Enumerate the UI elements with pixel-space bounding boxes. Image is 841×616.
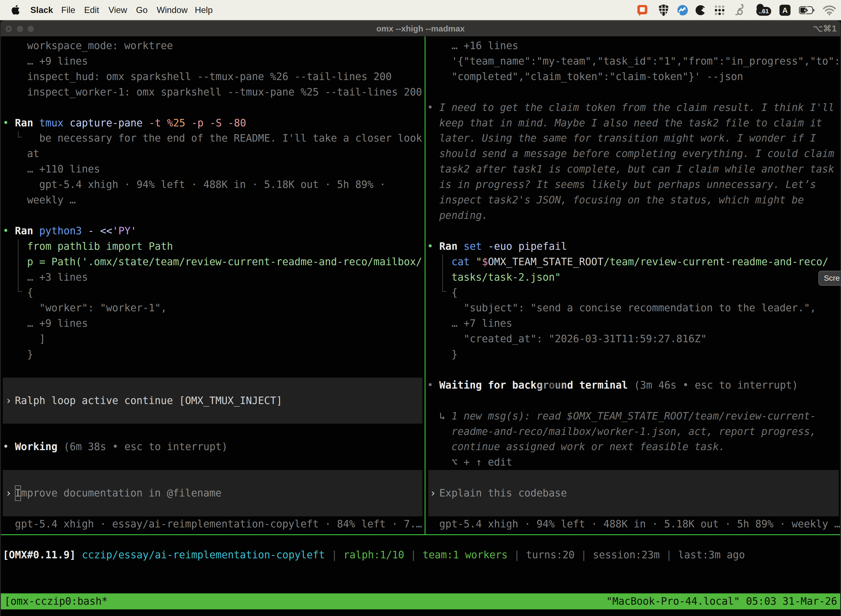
menu-item-go[interactable]: Go <box>136 0 148 20</box>
terminal-text: -euo <box>488 239 512 254</box>
terminal-text: pipefail <box>519 239 567 254</box>
terminal-text: - <box>88 223 94 239</box>
terminal-text: team:1 workers <box>422 547 507 563</box>
terminal-text: I need to get the claim token from the c… <box>439 100 834 115</box>
terminal-window: omx --xhigh --madmax ⌥⌘1 workspace_mode:… <box>1 21 840 616</box>
terminal-text: ] <box>39 331 45 347</box>
menu-item-window[interactable]: Window <box>157 0 188 20</box>
terminal-text: is in progress? It seems likely but perh… <box>439 177 816 192</box>
terminal-text: "created_at": "2026-03-31T11:59:27.816Z" <box>463 331 707 347</box>
terminal-text: last:3m ago <box>678 547 745 563</box>
chat-app-icon[interactable] <box>636 0 649 20</box>
terminal-text: | <box>331 547 337 563</box>
terminal-text: % <box>167 115 173 131</box>
terminal-text: cat <box>451 254 470 270</box>
screen-overlay-button[interactable]: Scre <box>818 271 841 286</box>
terminal-text: workspace_mode: worktree <box>27 38 173 54</box>
terminal-text: weekly … <box>27 192 76 208</box>
terminal-text: • <box>3 439 9 455</box>
terminal-text: from pathlib import Path <box>27 239 173 254</box>
terminal-text: set <box>463 239 482 254</box>
terminal-text: readme-and-reco/mailbox/worker-1.json, a… <box>451 424 816 439</box>
terminal-text: › <box>430 485 436 501</box>
terminal-text: … +16 lines <box>451 38 518 54</box>
terminal-text: • <box>3 223 9 239</box>
terminal-text: -t <box>149 115 161 131</box>
terminal-text: • <box>427 378 433 393</box>
terminal-text: gpt-5.4 xhigh · 94% left · 488K in · 5.1… <box>439 516 840 532</box>
terminal-text: << <box>100 223 112 239</box>
terminal-text: tmux <box>39 115 63 131</box>
terminal-text: '{"team_name":"my-team","task_id":"1","f… <box>451 54 840 69</box>
terminal-text: d terminal <box>567 378 628 393</box>
terminal-text: • <box>427 239 433 254</box>
menu-item-view[interactable]: View <box>108 0 127 20</box>
svg-text:..61: ..61 <box>759 8 769 15</box>
terminal-text: (6m 38s • esc to interrupt) <box>64 439 228 455</box>
terminal-text: Ran <box>439 239 457 254</box>
terminal-text: Ran <box>15 115 33 131</box>
terminal-text: continue assigned work or next feasible … <box>451 439 725 455</box>
terminal-text: … +110 lines <box>27 161 100 177</box>
terminal-text: | <box>581 547 587 563</box>
terminal-text: " <box>476 254 482 270</box>
menu-item-help[interactable]: Help <box>195 0 213 20</box>
terminal-text: task2 after task1 is complete, but can I… <box>439 161 834 177</box>
terminal-text: [OMX#0.11.9] <box>3 547 76 563</box>
terminal-text: inspect_hud: omx sparkshell --tmux-pane … <box>27 69 391 84</box>
pane-divider[interactable] <box>425 37 425 535</box>
dots-grid-icon[interactable] <box>713 0 726 20</box>
terminal-text: Ralph loop active continue [OMX_TMUX_INJ… <box>15 393 282 408</box>
dragon-icon[interactable] <box>734 0 746 20</box>
tmux-host-clock-label: "MacBook-Pro-44.local" 05:03 31-Mar-26 <box>606 593 837 609</box>
terminal-text: cczip/essay/ai-reimplementation-copyleft <box>82 547 325 563</box>
terminal-text: { <box>27 285 33 300</box>
terminal-text: "worker": "worker-1", <box>39 300 167 316</box>
terminal-content[interactable]: workspace_mode: worktree… +9 linesinspec… <box>1 37 840 616</box>
count-badge-icon[interactable]: ..61 <box>754 0 772 20</box>
menu-item-edit[interactable]: Edit <box>84 0 99 20</box>
output-elbow-guide <box>442 255 447 292</box>
pac-circle-icon[interactable] <box>694 0 707 20</box>
terminal-text: -S <box>210 115 222 131</box>
terminal-text: python3 <box>39 223 82 239</box>
terminal-text: tasks/task-2.json" <box>451 270 561 285</box>
terminal-text: › <box>6 393 12 408</box>
menu-item-file[interactable]: File <box>61 0 75 20</box>
shield-grid-icon[interactable] <box>657 0 670 20</box>
window-titlebar[interactable]: omx --xhigh --madmax ⌥⌘1 <box>1 21 840 37</box>
terminal-text: keep that in mind. Maybe I also need the… <box>439 115 822 131</box>
terminal-text: 1 new msg(s): read $OMX_TEAM_STATE_ROOT/… <box>451 408 816 424</box>
menu-item-app[interactable]: Slack <box>30 0 53 20</box>
terminal-text: ⌥ + ↑ edit <box>451 455 512 470</box>
terminal-text: n <box>561 378 567 393</box>
keyboard-a-icon[interactable]: A <box>779 0 791 20</box>
terminal-text: OMX_TEAM_STATE_ROOT <box>488 254 604 270</box>
terminal-text: gpt-5.4 xhigh · 94% left · 488K in · 5.1… <box>39 177 385 192</box>
battery-charging-icon[interactable] <box>799 0 816 20</box>
terminal-text: Waiting for back <box>439 378 536 393</box>
terminal-text: … +7 lines <box>451 316 512 331</box>
terminal-text: (3m 46s • esc to interrupt) <box>634 378 798 393</box>
terminal-text: session:23m <box>593 547 660 563</box>
terminal-text: inspect task2's JSON, focusing on the st… <box>439 192 804 208</box>
chart-circle-icon[interactable] <box>676 0 689 20</box>
terminal-text: turns:20 <box>526 547 574 563</box>
terminal-text: • <box>3 115 9 131</box>
terminal-text: Explain this codebase <box>439 485 567 501</box>
terminal-text: be necessary for the end of the README. … <box>39 131 422 146</box>
apple-menu-icon[interactable] <box>12 5 20 16</box>
terminal-text: /team/review-current-readme-and-reco/ <box>604 254 828 270</box>
terminal-text: g <box>537 378 543 393</box>
window-title: omx --xhigh --madmax <box>1 21 840 37</box>
wifi-icon[interactable] <box>822 0 837 20</box>
terminal-text: › <box>6 485 12 501</box>
terminal-text: pending. <box>439 208 488 223</box>
terminal-text: I <box>15 485 21 501</box>
output-elbow-guide <box>18 239 22 292</box>
pane-divider-horizontal[interactable] <box>1 534 840 535</box>
terminal-text: p = Path('.omx/state/team/review-current… <box>27 254 422 270</box>
terminal-text: at <box>27 146 39 161</box>
terminal-text: later. Using the same for transition mig… <box>439 131 816 146</box>
tmux-session-label: [omx-cczip0:bash* <box>4 593 108 609</box>
